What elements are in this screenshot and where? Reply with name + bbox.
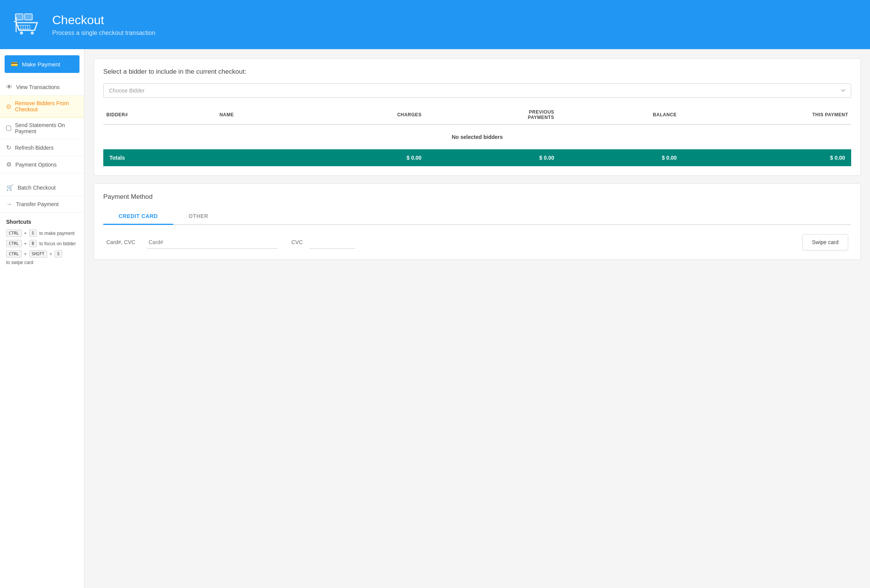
col-bidder-num: BIDDER# — [103, 106, 217, 124]
shortcuts-section: Shortcuts CTRL + S to make payment CTRL … — [0, 213, 84, 271]
shortcut-desc: to focus on bidder — [39, 241, 76, 246]
sidebar-divider — [0, 173, 84, 179]
sidebar-item-refresh-bidders[interactable]: ↻ Refresh Bidders — [0, 139, 84, 156]
swipe-card-button[interactable]: Swipe card — [802, 234, 848, 250]
bidder-selection-card: Select a bidder to include in the curren… — [94, 58, 861, 176]
totals-label: Totals — [103, 149, 300, 166]
sidebar-item-label: Payment Options — [15, 162, 56, 168]
totals-balance: $ 0.00 — [557, 149, 680, 166]
svg-point-10 — [20, 31, 23, 35]
kbd-s2: S — [55, 250, 63, 258]
sidebar-item-send-statements[interactable]: Send Statements On Payment — [0, 117, 84, 139]
tab-credit-card[interactable]: CREDIT CARD — [103, 208, 173, 225]
tab-other[interactable]: OTHER — [173, 208, 224, 225]
swipe-card-label: Swipe card — [812, 239, 839, 245]
main-layout: 💳 Make Payment 👁 View Transactions ⊙ Rem… — [0, 49, 870, 588]
kbd-b: B — [29, 240, 37, 247]
col-balance: BALANCE — [557, 106, 680, 124]
credit-card-icon: 💳 — [11, 61, 18, 68]
sidebar-item-label: Transfer Payment — [16, 201, 59, 207]
card-form-row: Card#, CVC CVC Swipe card — [103, 234, 851, 250]
col-this-payment: THIS PAYMENT — [680, 106, 851, 124]
payment-tabs: CREDIT CARD OTHER — [103, 208, 851, 225]
page-title: Checkout — [52, 13, 155, 27]
sidebar-item-label: Batch Checkout — [18, 185, 56, 191]
kbd-ctrl: CTRL — [6, 240, 22, 247]
no-bidders-message: No selected bidders — [103, 124, 851, 149]
shortcuts-title: Shortcuts — [6, 219, 78, 225]
svg-rect-1 — [25, 14, 32, 20]
table-header-row: BIDDER# NAME CHARGES PREVIOUSPAYMENTS BA… — [103, 106, 851, 124]
svg-point-11 — [31, 31, 34, 35]
shortcut-plus: + — [24, 251, 27, 257]
sidebar-item-label: View Transactions — [16, 84, 60, 90]
shortcut-desc: to swipe card — [6, 260, 33, 265]
kbd-ctrl: CTRL — [6, 250, 22, 258]
bidder-table: BIDDER# NAME CHARGES PREVIOUSPAYMENTS BA… — [103, 106, 851, 166]
kbd-s: S — [29, 230, 37, 237]
make-payment-button[interactable]: 💳 Make Payment — [5, 55, 79, 73]
page-header: Checkout Process a single checkout trans… — [0, 0, 870, 49]
circle-icon: ⊙ — [6, 103, 11, 110]
sidebar-item-view-transactions[interactable]: 👁 View Transactions — [0, 79, 84, 96]
sidebar-item-label: Refresh Bidders — [15, 145, 53, 151]
card-number-label: Card#, CVC — [106, 239, 141, 245]
make-payment-label: Make Payment — [22, 61, 60, 68]
col-previous-payments: PREVIOUSPAYMENTS — [425, 106, 557, 124]
shortcut-plus: + — [50, 251, 52, 257]
payment-method-title: Payment Method — [103, 193, 851, 201]
shortcut-make-payment: CTRL + S to make payment — [6, 230, 78, 237]
sidebar: 💳 Make Payment 👁 View Transactions ⊙ Rem… — [0, 49, 84, 588]
choose-bidder-select[interactable]: Choose Bidder — [103, 83, 851, 98]
sidebar-item-transfer-payment[interactable]: → Transfer Payment — [0, 196, 84, 213]
refresh-icon: ↻ — [6, 144, 11, 151]
shortcut-desc: to make payment — [39, 231, 74, 236]
totals-previous-payments: $ 0.00 — [425, 149, 557, 166]
gear-icon: ⚙ — [6, 161, 12, 168]
col-name: NAME — [217, 106, 300, 124]
shortcut-swipe-card: CTRL + SHIFT + S to swipe card — [6, 250, 78, 265]
sidebar-item-payment-options[interactable]: ⚙ Payment Options — [0, 156, 84, 173]
eye-icon: 👁 — [6, 84, 12, 91]
page-subtitle: Process a single checkout transaction — [52, 30, 155, 36]
shortcut-plus: + — [24, 241, 27, 246]
header-text: Checkout Process a single checkout trans… — [52, 13, 155, 36]
bidder-selection-body: Select a bidder to include in the curren… — [94, 59, 860, 175]
shortcut-focus-bidder: CTRL + B to focus on bidder — [6, 240, 78, 247]
header-icon — [12, 9, 43, 40]
totals-this-payment: $ 0.00 — [680, 149, 851, 166]
arrow-right-icon: → — [6, 201, 12, 208]
cvc-label: CVC — [291, 239, 303, 245]
card-number-input[interactable] — [147, 236, 278, 249]
content-area: Select a bidder to include in the curren… — [84, 49, 870, 588]
sidebar-item-batch-checkout[interactable]: 🛒 Batch Checkout — [0, 179, 84, 196]
totals-row: Totals $ 0.00 $ 0.00 $ 0.00 $ 0.00 — [103, 149, 851, 166]
cart-icon: 🛒 — [6, 184, 14, 191]
send-statements-checkbox[interactable] — [6, 126, 11, 131]
kbd-ctrl: CTRL — [6, 230, 22, 237]
svg-rect-5 — [18, 25, 30, 29]
totals-charges: $ 0.00 — [300, 149, 425, 166]
sidebar-item-remove-bidders[interactable]: ⊙ Remove Bidders From Checkout — [0, 96, 84, 117]
shortcut-plus: + — [24, 231, 27, 236]
cvc-input[interactable] — [309, 236, 355, 249]
bidder-selection-title: Select a bidder to include in the curren… — [103, 68, 851, 76]
kbd-shift: SHIFT — [29, 250, 47, 258]
payment-method-body: Payment Method CREDIT CARD OTHER Card#, … — [94, 184, 860, 259]
col-charges: CHARGES — [300, 106, 425, 124]
sidebar-item-label: Remove Bidders From Checkout — [15, 100, 78, 112]
payment-method-card: Payment Method CREDIT CARD OTHER Card#, … — [94, 183, 861, 260]
sidebar-item-label: Send Statements On Payment — [15, 122, 78, 134]
no-bidders-row: No selected bidders — [103, 124, 851, 149]
